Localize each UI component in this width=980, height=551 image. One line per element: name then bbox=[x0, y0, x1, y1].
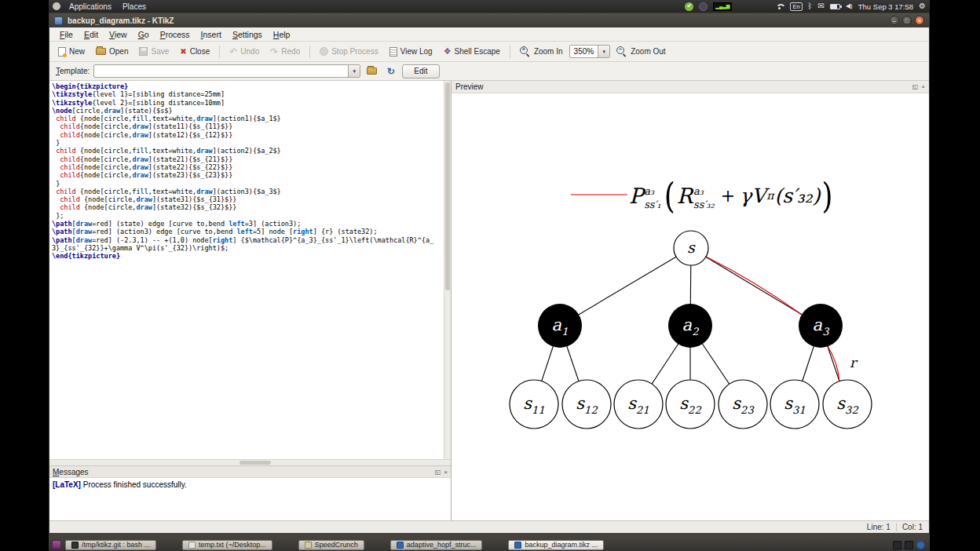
zoom-out-button[interactable]: − Zoom Out bbox=[612, 45, 670, 59]
editor-horizontal-scrollbar[interactable] bbox=[49, 459, 451, 465]
reward-label: r bbox=[850, 355, 858, 370]
view-log-icon bbox=[389, 47, 397, 57]
code-lines: \begin{tikzpicture}\tikzstyle{level 1}=[… bbox=[52, 82, 441, 261]
menu-settings[interactable]: Settings bbox=[227, 29, 268, 40]
reload-icon: ↻ bbox=[387, 67, 395, 76]
tray-icon[interactable] bbox=[916, 541, 925, 549]
desktop: Applications Places ✔ ▂▄▃▆ En ᛒ ✉ ◀) Thu… bbox=[49, 0, 930, 551]
menu-edit[interactable]: Edit bbox=[79, 29, 104, 40]
tikz-diagram: s a1 a2 a3 s11 s12 s21 s22 s23 s31 s32 r bbox=[452, 93, 929, 520]
code-line: child {node[circle,draw](state32){$s_{32… bbox=[52, 203, 441, 211]
detach-panel-icon[interactable]: ◱ bbox=[912, 83, 919, 90]
minimize-button[interactable]: – bbox=[890, 16, 899, 25]
template-combobox[interactable]: ▾ bbox=[93, 64, 360, 78]
close-button[interactable]: ✖ Close bbox=[175, 46, 214, 57]
menu-view[interactable]: View bbox=[104, 29, 133, 40]
task-speedcrunch[interactable]: SpeedCrunch bbox=[298, 540, 364, 550]
places-menu[interactable]: Places bbox=[120, 2, 148, 11]
template-edit-button[interactable]: Edit bbox=[402, 64, 439, 78]
code-line: \path[draw=red] (state) edge [curve to,b… bbox=[52, 220, 441, 228]
editor-vertical-scrollbar[interactable] bbox=[444, 81, 451, 459]
wifi-icon[interactable] bbox=[774, 2, 784, 10]
close-window-button[interactable]: × bbox=[915, 16, 924, 25]
redo-button[interactable]: ↷ Redo bbox=[265, 46, 305, 58]
detach-panel-icon[interactable]: ◱ bbox=[435, 469, 441, 476]
task-temp-txt[interactable]: temp.txt (~/Desktop... bbox=[182, 540, 272, 550]
zoom-in-button[interactable]: + Zoom In bbox=[515, 45, 568, 59]
open-label: Open bbox=[109, 47, 128, 56]
code-line: child{node[circle,draw](state22){$s_{22}… bbox=[52, 163, 441, 171]
new-file-icon bbox=[58, 47, 66, 57]
code-line: \end{tikzpicture} bbox=[52, 252, 441, 260]
new-button[interactable]: New bbox=[53, 46, 90, 58]
stop-process-button[interactable]: Stop Process bbox=[315, 46, 382, 57]
bluetooth-icon[interactable]: ᛒ bbox=[808, 2, 813, 10]
chevron-down-icon[interactable]: ▾ bbox=[348, 65, 360, 77]
code-line: child{node[circle,draw](state21){$s_{21}… bbox=[52, 155, 441, 163]
code-line: child{node[circle,draw](state12){$s_{12}… bbox=[52, 131, 441, 139]
template-row: Template: ▾ ↻ Edit bbox=[49, 62, 929, 81]
update-ok-icon[interactable]: ✔ bbox=[685, 2, 693, 11]
menu-help[interactable]: Help bbox=[268, 29, 296, 40]
system-monitor-icon[interactable]: ▂▄▃▆ bbox=[713, 2, 732, 11]
tray-icon[interactable] bbox=[893, 541, 901, 549]
close-panel-icon[interactable]: × bbox=[444, 469, 448, 476]
battery-icon[interactable] bbox=[830, 4, 840, 9]
document-icon bbox=[397, 542, 404, 549]
open-folder-icon bbox=[96, 48, 106, 55]
menu-process[interactable]: Process bbox=[155, 29, 196, 40]
task-backup-diagram[interactable]: backup_diagram.tikz ... bbox=[508, 540, 604, 550]
zoom-in-icon: + bbox=[520, 46, 531, 57]
ktikz-window: backup_diagram.tikz - KTikZ – □ × File E… bbox=[49, 13, 930, 534]
code-line: child {node[circle,fill,text=white,draw]… bbox=[52, 147, 441, 155]
tray-icon[interactable] bbox=[905, 541, 913, 549]
preview-content: s a1 a2 a3 s11 s12 s21 s22 s23 s31 s32 r bbox=[452, 93, 929, 520]
menu-file[interactable]: File bbox=[54, 29, 79, 40]
template-reload-button[interactable]: ↻ bbox=[383, 64, 398, 78]
terminal-icon bbox=[71, 542, 79, 549]
clock[interactable]: Thu Sep 3 17:58 bbox=[858, 2, 913, 11]
undo-button[interactable]: ↶ Undo bbox=[225, 46, 264, 58]
close-panel-icon[interactable]: × bbox=[921, 83, 925, 90]
titlebar[interactable]: backup_diagram.tikz - KTikZ – □ × bbox=[49, 13, 929, 27]
zoom-out-icon: − bbox=[616, 46, 627, 57]
task-label: temp.txt (~/Desktop... bbox=[199, 541, 266, 549]
task-label: /tmp/ktikz.git : bash ... bbox=[82, 541, 150, 549]
mail-icon[interactable]: ✉ bbox=[818, 2, 825, 10]
document-icon bbox=[514, 542, 521, 549]
task-label: adaptive_hopf_struc... bbox=[407, 541, 477, 549]
open-button[interactable]: Open bbox=[91, 46, 133, 57]
editor-pane: \begin{tikzpicture}\tikzstyle{level 1}=[… bbox=[49, 81, 452, 520]
scrollbar-thumb[interactable] bbox=[240, 461, 271, 465]
code-line: } bbox=[52, 139, 441, 147]
formula-P-scripts: a₃ ss′₁ bbox=[644, 186, 661, 210]
messages-title: Messages bbox=[53, 468, 89, 476]
app-indicator-icon[interactable] bbox=[699, 2, 708, 11]
code-editor[interactable]: \begin{tikzpicture}\tikzstyle{level 1}=[… bbox=[49, 81, 451, 459]
code-line: \tikzstyle{level 2}=[sibling distance=10… bbox=[52, 99, 441, 107]
menu-insert[interactable]: Insert bbox=[196, 29, 227, 40]
applications-menu[interactable]: Applications bbox=[67, 2, 114, 11]
scrollbar-thumb[interactable] bbox=[445, 82, 450, 290]
shell-escape-icon: ❖ bbox=[444, 47, 452, 56]
right-paren: ) bbox=[822, 175, 833, 215]
zoom-level-combobox[interactable]: 350% ▾ bbox=[569, 45, 611, 58]
folder-icon bbox=[367, 68, 377, 75]
task-bash[interactable]: /tmp/ktikz.git : bash ... bbox=[65, 540, 156, 550]
text-file-icon bbox=[188, 542, 196, 549]
workspace-icon[interactable] bbox=[52, 540, 61, 549]
zoom-in-label: Zoom In bbox=[534, 47, 563, 56]
template-browse-button[interactable] bbox=[364, 64, 379, 78]
shell-escape-button[interactable]: ❖ Shell Escape bbox=[439, 46, 505, 57]
formula-gammaV: γV bbox=[740, 184, 766, 207]
save-button[interactable]: Save bbox=[134, 46, 174, 57]
session-gear-icon[interactable]: ⚙ bbox=[919, 2, 926, 10]
task-label: SpeedCrunch bbox=[315, 541, 358, 549]
chevron-down-icon[interactable]: ▾ bbox=[598, 46, 609, 57]
task-adaptive-hopf[interactable]: adaptive_hopf_struc... bbox=[390, 540, 483, 550]
view-log-button[interactable]: View Log bbox=[385, 46, 437, 58]
volume-icon[interactable]: ◀) bbox=[846, 3, 853, 9]
keyboard-layout-indicator[interactable]: En bbox=[790, 2, 802, 11]
menu-go[interactable]: Go bbox=[133, 29, 155, 40]
maximize-button[interactable]: □ bbox=[902, 16, 912, 25]
